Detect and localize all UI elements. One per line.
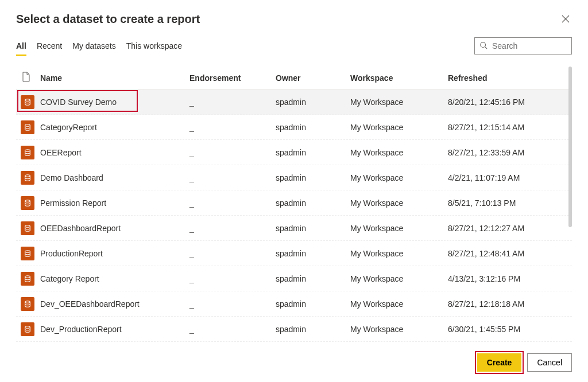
table-row[interactable]: Demo Dashboard_spadminMy Workspace4/2/21…: [16, 165, 572, 190]
row-icon-cell: [16, 141, 38, 164]
row-workspace: My Workspace: [348, 295, 446, 313]
row-endorsement: _: [187, 194, 273, 212]
table-header-row: Name Endorsement Owner Workspace Refresh…: [16, 67, 572, 89]
row-endorsement: _: [187, 219, 273, 237]
row-refreshed: 8/27/21, 12:18:18 AM: [446, 295, 572, 313]
col-endorsement[interactable]: Endorsement: [187, 69, 273, 87]
row-icon-cell: [16, 192, 38, 215]
row-endorsement: _: [187, 143, 273, 162]
row-endorsement: _: [187, 295, 273, 313]
dataset-icon: [21, 171, 34, 185]
dialog-toolbar: All Recent My datasets This workspace: [16, 37, 572, 54]
dialog-header: Select a dataset to create a report: [16, 13, 572, 27]
row-endorsement: _: [187, 118, 273, 137]
row-name: OEEReport: [38, 143, 187, 162]
table-row[interactable]: OEEDashboardReport_spadminMy Workspace8/…: [16, 216, 572, 241]
row-name: Category Report: [38, 270, 187, 288]
row-name: ProductionReport: [38, 244, 187, 263]
svg-point-4: [25, 149, 30, 151]
table-row[interactable]: Permission Report_spadminMy Workspace8/5…: [16, 190, 572, 216]
table-row[interactable]: COVID Survey Demo_spadminMy Workspace8/2…: [16, 89, 572, 115]
row-owner: spadmin: [273, 118, 348, 137]
svg-point-8: [25, 250, 30, 252]
row-workspace: My Workspace: [348, 194, 446, 212]
svg-point-2: [25, 99, 30, 101]
col-owner[interactable]: Owner: [273, 69, 348, 87]
dataset-icon: [21, 95, 34, 109]
select-dataset-dialog: Select a dataset to create a report All …: [0, 0, 588, 382]
tab-workspace[interactable]: This workspace: [126, 38, 182, 54]
row-icon-cell: [16, 267, 38, 290]
row-name: Demo Dashboard: [38, 169, 187, 187]
row-owner: spadmin: [273, 194, 348, 212]
dataset-icon: [21, 322, 34, 336]
col-workspace[interactable]: Workspace: [348, 69, 446, 87]
row-owner: spadmin: [273, 219, 348, 237]
search-input[interactable]: [491, 41, 567, 51]
row-workspace: My Workspace: [348, 93, 446, 111]
svg-point-10: [25, 301, 30, 303]
row-owner: spadmin: [273, 143, 348, 162]
row-name: Dev_OEEDashboardReport: [38, 295, 187, 313]
create-button[interactable]: Create: [477, 353, 522, 372]
row-workspace: My Workspace: [348, 219, 446, 237]
row-icon-cell: [16, 242, 38, 265]
row-owner: spadmin: [273, 320, 348, 338]
table-row[interactable]: OEEReport_spadminMy Workspace8/27/21, 12…: [16, 140, 572, 165]
tab-recent[interactable]: Recent: [37, 38, 62, 54]
table-row[interactable]: Dev_ProductionReport_spadminMy Workspace…: [16, 317, 572, 342]
row-endorsement: _: [187, 93, 273, 111]
dataset-icon: [21, 221, 34, 235]
row-name: Permission Report: [38, 194, 187, 212]
row-endorsement: _: [187, 320, 273, 338]
row-workspace: My Workspace: [348, 118, 446, 137]
col-name[interactable]: Name: [38, 69, 187, 87]
svg-point-11: [25, 326, 30, 328]
row-endorsement: _: [187, 270, 273, 288]
svg-point-6: [25, 200, 30, 202]
search-box[interactable]: [474, 37, 572, 54]
row-refreshed: 8/5/21, 7:10:13 PM: [446, 194, 572, 212]
row-workspace: My Workspace: [348, 320, 446, 338]
col-refreshed[interactable]: Refreshed: [446, 69, 572, 87]
dialog-title: Select a dataset to create a report: [16, 13, 200, 26]
row-refreshed: 8/27/21, 12:33:59 AM: [446, 143, 572, 162]
dataset-icon: [21, 247, 34, 260]
row-workspace: My Workspace: [348, 169, 446, 187]
row-name: CategoryReport: [38, 118, 187, 137]
row-owner: spadmin: [273, 295, 348, 313]
close-icon[interactable]: [559, 13, 572, 27]
row-refreshed: 4/13/21, 3:12:16 PM: [446, 270, 572, 288]
dataset-icon: [21, 297, 34, 311]
tab-my[interactable]: My datasets: [72, 38, 115, 54]
dataset-table: Name Endorsement Owner Workspace Refresh…: [16, 66, 572, 345]
document-icon: [22, 75, 30, 84]
row-refreshed: 6/30/21, 1:45:55 PM: [446, 320, 572, 338]
row-owner: spadmin: [273, 270, 348, 288]
row-name: Dev_ProductionReport: [38, 320, 187, 338]
row-name: COVID Survey Demo: [38, 93, 187, 111]
svg-point-9: [25, 275, 30, 278]
dataset-icon: [21, 120, 34, 134]
dataset-icon: [21, 196, 34, 210]
scrollbar[interactable]: [568, 67, 572, 227]
row-name: OEEDashboardReport: [38, 219, 187, 237]
row-refreshed: 8/27/21, 12:12:27 AM: [446, 219, 572, 237]
table-row[interactable]: Category Report_spadminMy Workspace4/13/…: [16, 266, 572, 291]
row-refreshed: 8/27/21, 12:48:41 AM: [446, 244, 572, 263]
svg-line-1: [485, 46, 488, 49]
table-row[interactable]: CategoryReport_spadminMy Workspace8/27/2…: [16, 115, 572, 140]
table-row[interactable]: Dev_OEEDashboardReport_spadminMy Workspa…: [16, 291, 572, 317]
row-refreshed: 8/20/21, 12:45:16 PM: [446, 93, 572, 111]
dialog-footer: Create Cancel: [16, 345, 572, 382]
cancel-button[interactable]: Cancel: [527, 353, 572, 372]
svg-point-7: [25, 225, 30, 227]
row-endorsement: _: [187, 244, 273, 263]
row-icon-cell: [16, 166, 38, 189]
row-icon-cell: [16, 116, 38, 139]
row-owner: spadmin: [273, 244, 348, 263]
table-row[interactable]: ProductionReport_spadminMy Workspace8/27…: [16, 241, 572, 266]
dataset-icon: [21, 272, 34, 286]
tab-all[interactable]: All: [16, 38, 26, 54]
row-owner: spadmin: [273, 169, 348, 187]
